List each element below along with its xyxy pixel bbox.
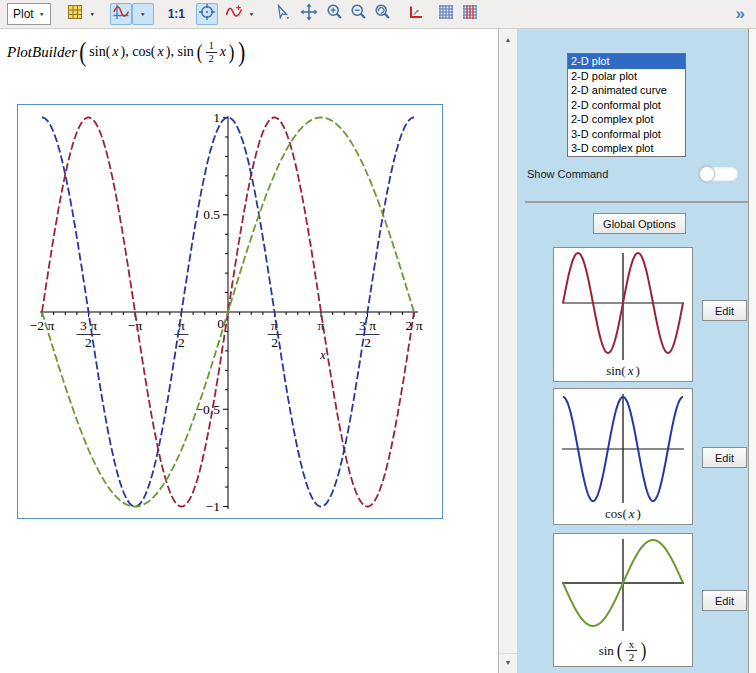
svg-text:2: 2 [178, 335, 185, 350]
axis-ranges-button[interactable] [405, 3, 427, 25]
plot-builder-sidebar: 2-D plot2-D polar plot2-D animated curve… [517, 29, 756, 673]
plot-builder-window: Plot ▼ ▼ ▼ 1:1 [0, 0, 756, 673]
gridlines-edit-button[interactable] [459, 3, 481, 25]
select-pointer-button[interactable] [272, 3, 294, 25]
probe-button[interactable] [196, 3, 218, 25]
axis-ranges-icon [407, 4, 424, 25]
expr-segment: ( [196, 43, 202, 62]
expr-segment: sin [599, 643, 614, 659]
scale-1-1-button[interactable]: 1:1 [168, 7, 185, 21]
add-curve-menu-button[interactable]: ▼ [245, 3, 258, 25]
expr-segment: ), sin [166, 44, 194, 60]
expr-segment: sin( [606, 363, 626, 379]
pan-move-icon [300, 3, 318, 25]
plotbuilder-expression: PlotBuilder(sin(x), cos(x), sin(12x)) [7, 34, 247, 70]
plot-type-option[interactable]: 2-D plot [568, 54, 685, 69]
table-grid-icon [67, 4, 83, 24]
scroll-up-button[interactable]: ▲ [499, 31, 517, 48]
svg-text:3 π: 3 π [359, 318, 376, 333]
plot-dropdown[interactable]: Plot ▼ [7, 3, 51, 25]
toggle-knob [699, 166, 715, 182]
svg-text:0: 0 [217, 316, 224, 331]
expr-segment: ) [641, 641, 647, 660]
sidebar-divider [525, 201, 748, 203]
edit-button[interactable]: Edit [702, 447, 747, 468]
thumbnail-sin-x-over-2[interactable]: sin(x2) [553, 533, 693, 667]
plot-type-option[interactable]: 3-D conformal plot [568, 127, 685, 142]
svg-text:−2 π: −2 π [30, 318, 55, 333]
expr-segment: PlotBuilder [7, 44, 77, 61]
plot-dropdown-label: Plot [13, 7, 34, 21]
worksheet-canvas: PlotBuilder(sin(x), cos(x), sin(12x)) −2… [0, 29, 498, 673]
fraction: 12 [206, 40, 217, 64]
thumbnail-cos-x[interactable]: cos(x) [553, 388, 693, 525]
chevron-down-icon: ▼ [249, 12, 255, 17]
show-command-label: Show Command [527, 168, 608, 180]
thumbnail-plot [554, 389, 692, 512]
plot-type-option[interactable]: 2-D animated curve [568, 83, 685, 98]
zoom-reset-icon [374, 3, 392, 25]
expr-segment: ) [238, 40, 245, 64]
chevron-down-icon: ▼ [39, 12, 45, 17]
axes-curve-icon [112, 3, 130, 25]
expr-segment: ), cos( [121, 44, 156, 60]
zoom-out-icon [350, 3, 368, 25]
svg-text:3 π: 3 π [80, 318, 97, 333]
plot-drawer-menu-button[interactable]: ▼ [132, 3, 154, 25]
thumbnail-caption: sin(x2) [554, 638, 692, 664]
global-options-button[interactable]: Global Options [593, 213, 686, 234]
chevron-down-icon: ▼ [140, 12, 146, 17]
gridlines-icon [438, 4, 454, 24]
thumbnail-caption: sin(x) [554, 363, 692, 379]
table-grid-menu-button[interactable]: ▼ [86, 3, 99, 25]
expr-segment: ) [229, 43, 235, 62]
svg-text:2: 2 [85, 335, 92, 350]
plot-type-option[interactable]: 2-D complex plot [568, 112, 685, 127]
svg-text:0.5: 0.5 [203, 207, 220, 222]
plot-type-listbox[interactable]: 2-D plot2-D polar plot2-D animated curve… [567, 53, 686, 157]
svg-text:−1: −1 [206, 499, 220, 514]
edit-button[interactable]: Edit [702, 300, 747, 321]
pan-button[interactable] [298, 3, 320, 25]
pointer-arrow-icon [274, 4, 291, 25]
expr-segment: ( [617, 641, 623, 660]
zoom-reset-button[interactable] [372, 3, 394, 25]
table-grid-button[interactable] [64, 3, 86, 25]
expr-segment: ( [79, 40, 86, 64]
svg-text:2: 2 [271, 335, 278, 350]
expr-segment: ) [637, 506, 641, 522]
svg-text:−π: −π [128, 318, 143, 333]
plot-drawer-button[interactable] [110, 3, 132, 25]
zoom-in-button[interactable] [324, 3, 346, 25]
plot-type-option[interactable]: 2-D polar plot [568, 69, 685, 84]
zoom-out-button[interactable] [348, 3, 370, 25]
thumbnail-plot [554, 534, 692, 640]
plot-type-option[interactable]: 2-D conformal plot [568, 98, 685, 113]
thumbnail-plot [554, 248, 692, 369]
edit-button[interactable]: Edit [702, 590, 747, 611]
vertical-scrollbar[interactable]: ▲ ▼ [498, 29, 517, 673]
add-curve-button[interactable] [223, 3, 245, 25]
thumbnail-sin-x[interactable]: sin(x) [553, 247, 693, 382]
sidebar-scroll-strip[interactable] [748, 29, 756, 673]
gridlines-edit-icon [462, 4, 478, 24]
expr-segment: x [158, 44, 164, 60]
expr-segment: cos( [605, 506, 627, 522]
main-plot[interactable]: −2 π3 π2−ππ20π2π3 π22 π10.5−0.5−1x [17, 104, 443, 519]
scroll-down-button[interactable]: ▼ [499, 653, 517, 671]
gridlines-button[interactable] [435, 3, 457, 25]
expr-segment: x [628, 363, 634, 379]
fraction: x2 [626, 638, 638, 664]
probe-crosshair-icon [198, 3, 216, 25]
plot-type-option[interactable]: 3-D complex plot [568, 141, 685, 156]
svg-text:1: 1 [213, 110, 220, 125]
expr-segment: x [112, 44, 118, 60]
expand-panel-button[interactable]: » [736, 4, 746, 24]
show-command-toggle[interactable] [700, 167, 738, 181]
zoom-in-icon [326, 3, 344, 25]
svg-text:2: 2 [364, 335, 371, 350]
expr-segment: x [629, 506, 635, 522]
thumbnail-caption: cos(x) [554, 506, 692, 522]
svg-text:x: x [319, 348, 326, 362]
svg-text:2 π: 2 π [406, 318, 423, 333]
